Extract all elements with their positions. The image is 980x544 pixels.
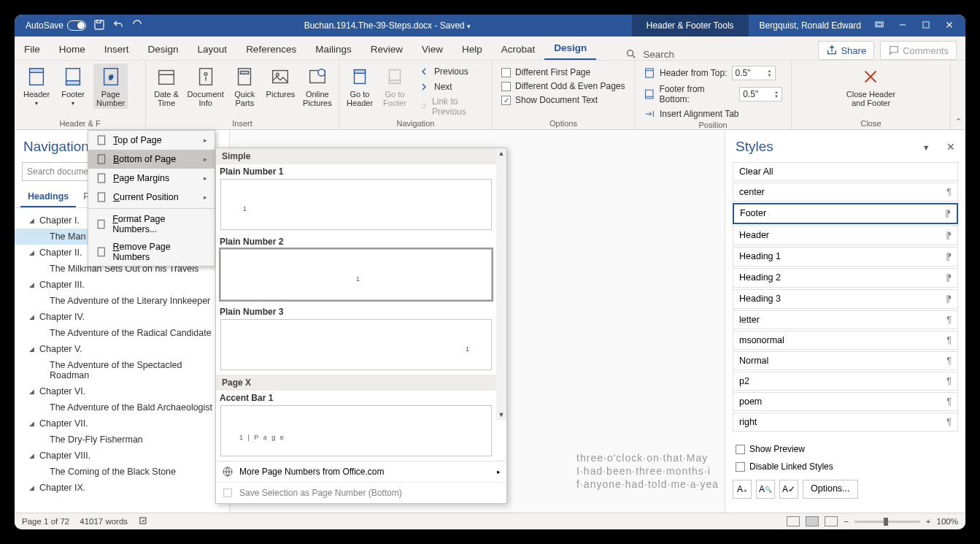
tab-layout[interactable]: Layout (188, 39, 237, 60)
style-item[interactable]: Footer⁋ (733, 203, 958, 224)
header-button[interactable]: Header▾ (20, 64, 53, 108)
header-from-top[interactable]: Header from Top:0.5"▲▼ (641, 65, 785, 81)
style-item[interactable]: msonormal¶ (733, 331, 958, 350)
different-odd-even-checkbox[interactable]: Different Odd & Even Pages (498, 80, 628, 92)
style-item[interactable]: p2¶ (733, 372, 958, 391)
minimize-icon[interactable] (898, 20, 908, 32)
tree-subheading[interactable]: The Coming of the Black Stone (15, 464, 229, 480)
new-style-button[interactable]: A₊ (733, 480, 752, 499)
tree-heading[interactable]: ◢Chapter VI. (15, 383, 229, 399)
goto-header-button[interactable]: Go to Header (345, 64, 374, 109)
tab-acrobat[interactable]: Acrobat (492, 39, 545, 60)
more-page-numbers[interactable]: More Page Numbers from Office.com ▸ (216, 461, 506, 482)
tree-subheading[interactable]: The Adventure of the Bald Archaeologist (15, 399, 229, 415)
tree-subheading[interactable]: The Adventure of the Spectacled Roadman (15, 357, 229, 383)
tab-help[interactable]: Help (452, 39, 492, 60)
tab-review[interactable]: Review (361, 39, 412, 60)
menu-item[interactable]: Current Position▸ (88, 188, 215, 207)
tree-heading[interactable]: ◢Chapter IX. (15, 480, 229, 496)
style-item[interactable]: right¶ (733, 413, 958, 432)
tree-subheading[interactable]: The Adventure of the Literary Innkeeper (15, 293, 229, 309)
style-item[interactable]: center¶ (733, 183, 958, 202)
style-item[interactable]: Heading 1⁋ (733, 247, 958, 267)
user-name[interactable]: Bergquist, Ronald Edward (760, 20, 861, 31)
web-layout-icon[interactable] (825, 516, 838, 526)
nav-tab-headings[interactable]: Headings (20, 187, 76, 207)
gallery-item-title[interactable]: Plain Number 3 (216, 304, 496, 319)
status-words[interactable]: 41017 words (80, 517, 128, 526)
tab-mailings[interactable]: Mailings (306, 39, 361, 60)
style-item[interactable]: letter¶ (733, 310, 958, 329)
comments-button[interactable]: Comments (880, 41, 957, 60)
tree-heading[interactable]: ◢Chapter IV. (15, 309, 229, 325)
manage-styles-button[interactable]: A✓ (779, 480, 798, 499)
style-inspector-button[interactable]: A🔍 (756, 480, 775, 499)
different-first-page-checkbox[interactable]: Different First Page (498, 66, 628, 78)
gallery-item-preview[interactable]: 1 (220, 319, 492, 370)
search-box[interactable]: Search (625, 48, 674, 60)
gallery-item-accent-bar[interactable]: Accent Bar 1 (216, 391, 496, 405)
gallery-item-title[interactable]: Plain Number 1 (216, 164, 496, 179)
footer-from-bottom[interactable]: Footer from Bottom:0.5"▲▼ (641, 83, 785, 105)
tree-subheading[interactable]: The Dry-Fly Fisherman (15, 432, 229, 448)
date-time-button[interactable]: Date & Time (152, 64, 181, 109)
zoom-slider[interactable] (854, 521, 920, 523)
style-item[interactable]: Clear All (733, 162, 958, 181)
style-item[interactable]: Header⁋ (733, 226, 958, 245)
zoom-in-icon[interactable]: + (926, 517, 931, 526)
gallery-item-title[interactable]: Plain Number 2 (216, 234, 496, 249)
menu-item[interactable]: Page Margins▸ (88, 169, 215, 188)
style-item[interactable]: Normal¶ (733, 351, 958, 370)
tree-heading[interactable]: ◢Chapter III. (15, 277, 229, 293)
page-number-button[interactable]: #Page Number (93, 64, 128, 109)
close-icon[interactable] (944, 20, 954, 32)
tree-heading[interactable]: ◢Chapter VII. (15, 415, 229, 432)
collapse-ribbon-icon[interactable]: ⌃ (951, 61, 965, 129)
online-pictures-button[interactable]: Online Pictures (302, 64, 333, 109)
gallery-item-preview[interactable]: 1 (220, 179, 492, 230)
menu-item[interactable]: Bottom of Page▸ (88, 150, 215, 169)
display-options-icon[interactable] (874, 20, 884, 32)
style-item[interactable]: Heading 3⁋ (733, 289, 958, 309)
tree-heading[interactable]: ◢Chapter VIII. (15, 448, 229, 464)
zoom-level[interactable]: 100% (937, 517, 958, 526)
tab-file[interactable]: File (15, 39, 50, 60)
print-layout-icon[interactable] (806, 516, 819, 526)
autosave-toggle[interactable]: AutoSave (26, 20, 86, 31)
pictures-button[interactable]: Pictures (265, 64, 296, 100)
tab-references[interactable]: References (236, 39, 306, 60)
styles-options-button[interactable]: Options... (803, 480, 858, 499)
share-button[interactable]: Share (818, 41, 874, 60)
menu-item[interactable]: Top of Page▸ (88, 131, 215, 150)
insert-alignment-tab[interactable]: Insert Alignment Tab (641, 107, 785, 120)
show-preview-checkbox[interactable]: Show Preview (733, 443, 958, 455)
tab-insert[interactable]: Insert (95, 39, 139, 60)
style-item[interactable]: poem¶ (733, 392, 958, 411)
tab-home[interactable]: Home (50, 39, 95, 60)
proofing-icon[interactable] (138, 516, 150, 527)
gallery-item-preview[interactable]: 1 (220, 249, 492, 300)
footer-button[interactable]: Footer▾ (58, 64, 88, 108)
tab-design[interactable]: Design (139, 39, 188, 60)
zoom-out-icon[interactable]: − (844, 517, 849, 526)
read-mode-icon[interactable] (787, 516, 800, 526)
styles-options-icon[interactable]: ▼ (922, 143, 930, 152)
redo-icon[interactable] (131, 19, 143, 33)
menu-item[interactable]: Remove Page Numbers (88, 238, 215, 266)
previous-button[interactable]: Previous (415, 65, 486, 78)
disable-linked-checkbox[interactable]: Disable Linked Styles (733, 461, 958, 472)
gallery-scrollbar[interactable]: ▲▼ (496, 148, 506, 420)
menu-item[interactable]: Format Page Numbers... (88, 210, 215, 238)
tree-subheading[interactable]: The Adventure of the Radical Candidate (15, 325, 229, 341)
next-button[interactable]: Next (415, 80, 486, 93)
maximize-icon[interactable] (921, 20, 931, 32)
tab-hf-design[interactable]: Design (544, 37, 596, 60)
style-item[interactable]: Heading 2⁋ (733, 268, 958, 288)
undo-icon[interactable] (112, 19, 124, 33)
close-header-footer-button[interactable]: Close Header and Footer (844, 64, 898, 109)
status-page[interactable]: Page 1 of 72 (22, 517, 69, 526)
tab-view[interactable]: View (412, 39, 452, 60)
styles-close-icon[interactable]: ✕ (946, 141, 955, 153)
document-info-button[interactable]: Document Info (187, 64, 224, 109)
show-doc-text-checkbox[interactable]: Show Document Text (498, 94, 628, 106)
